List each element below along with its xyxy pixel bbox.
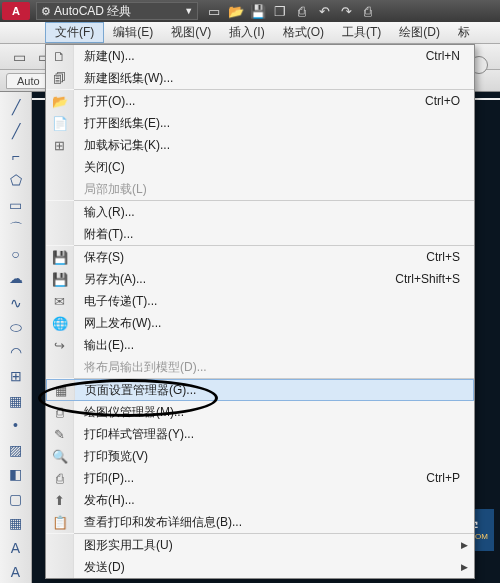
table-icon[interactable]: ▦	[4, 513, 28, 535]
menu-tools[interactable]: 工具(T)	[333, 22, 390, 43]
region-icon[interactable]: ▢	[4, 488, 28, 510]
etransmit-icon: ✉	[46, 290, 74, 312]
open-icon: 📂	[46, 90, 74, 112]
menu-publish-details[interactable]: 📋查看打印和发布详细信息(B)...	[46, 511, 474, 533]
export-icon: ↪	[46, 334, 74, 356]
saveas-icon[interactable]: ❐	[270, 2, 290, 20]
redo-icon[interactable]: ↷	[336, 2, 356, 20]
submenu-arrow-icon: ▶	[461, 540, 468, 550]
menu-new-sheet-set[interactable]: 🗐新建图纸集(W)...	[46, 67, 474, 89]
menu-plotter-mgr[interactable]: ⎙绘图仪管理器(M)...	[46, 401, 474, 423]
rectangle-icon[interactable]: ▭	[4, 194, 28, 216]
insert-icon[interactable]: ⊞	[4, 366, 28, 388]
plot-style-icon: ✎	[46, 423, 74, 445]
draw-toolbar: ╱ ╱ ⌐ ⬠ ▭ ⌒ ○ ☁ ∿ ⬭ ◠ ⊞ ▦ • ▨ ◧ ▢ ▦ A A	[0, 92, 32, 583]
quick-access-toolbar: ▭ 📂 💾 ❐ ⎙ ↶ ↷ ⎙	[204, 2, 378, 20]
markup-icon: ⊞	[46, 134, 74, 156]
menu-insert[interactable]: 插入(I)	[220, 22, 273, 43]
toolbar-new-icon[interactable]: ▭	[8, 46, 30, 68]
hatch-icon[interactable]: ▨	[4, 439, 28, 461]
gradient-icon[interactable]: ◧	[4, 464, 28, 486]
revcloud-icon[interactable]: ☁	[4, 268, 28, 290]
menu-file[interactable]: 文件(F)	[45, 22, 104, 43]
plotter-icon: ⎙	[46, 401, 74, 423]
menu-drawing-utils[interactable]: 图形实用工具(U)▶	[46, 534, 474, 556]
save-icon: 💾	[46, 246, 74, 268]
menu-export[interactable]: ↪输出(E)...	[46, 334, 474, 356]
web-icon: 🌐	[46, 312, 74, 334]
title-bar: A ⚙ AutoCAD 经典 ▼ ▭ 📂 💾 ❐ ⎙ ↶ ↷ ⎙	[0, 0, 500, 22]
menu-save-as[interactable]: 💾另存为(A)...Ctrl+Shift+S	[46, 268, 474, 290]
open-sheet-icon: 📄	[46, 112, 74, 134]
print2-icon[interactable]: ⎙	[358, 2, 378, 20]
menu-bar: 文件(F) 编辑(E) 视图(V) 插入(I) 格式(O) 工具(T) 绘图(D…	[0, 22, 500, 44]
menu-open-sheet-set[interactable]: 📄打开图纸集(E)...	[46, 112, 474, 134]
menu-etransmit[interactable]: ✉电子传递(T)...	[46, 290, 474, 312]
menu-partial-load: 局部加载(L)	[46, 178, 474, 200]
page-setup-icon: ▦	[47, 380, 75, 400]
print-icon[interactable]: ⎙	[292, 2, 312, 20]
app-icon[interactable]: A	[2, 2, 30, 20]
ray-icon[interactable]: ╱	[4, 121, 28, 143]
menu-open[interactable]: 📂打开(O)...Ctrl+O	[46, 90, 474, 112]
publish-icon: ⬆	[46, 489, 74, 511]
line-icon[interactable]: ╱	[4, 96, 28, 118]
workspace-label: AutoCAD 经典	[54, 3, 131, 20]
ellipse-icon[interactable]: ⬭	[4, 317, 28, 339]
menu-load-markup[interactable]: ⊞加载标记集(K)...	[46, 134, 474, 156]
point-icon[interactable]: •	[4, 415, 28, 437]
block-icon[interactable]: ▦	[4, 390, 28, 412]
mtext-icon[interactable]: A	[4, 562, 28, 584]
menu-plot-preview[interactable]: 🔍打印预览(V)	[46, 445, 474, 467]
polyline-icon[interactable]: ⌐	[4, 145, 28, 167]
sheet-set-icon: 🗐	[46, 67, 74, 89]
dropdown-arrow-icon: ▼	[184, 6, 193, 16]
menu-plot[interactable]: ⎙打印(P)...Ctrl+P	[46, 467, 474, 489]
menu-view[interactable]: 视图(V)	[162, 22, 220, 43]
menu-publish[interactable]: ⬆发布(H)...	[46, 489, 474, 511]
submenu-arrow-icon: ▶	[461, 562, 468, 572]
menu-draw[interactable]: 绘图(D)	[390, 22, 449, 43]
menu-import[interactable]: 输入(R)...	[46, 201, 474, 223]
menu-new[interactable]: 🗋新建(N)...Ctrl+N	[46, 45, 474, 67]
details-icon: 📋	[46, 511, 74, 533]
workspace-selector[interactable]: ⚙ AutoCAD 经典 ▼	[36, 2, 198, 20]
menu-format[interactable]: 格式(O)	[274, 22, 333, 43]
arc-icon[interactable]: ⌒	[4, 219, 28, 241]
menu-plot-style[interactable]: ✎打印样式管理器(Y)...	[46, 423, 474, 445]
print-icon: ⎙	[46, 467, 74, 489]
undo-icon[interactable]: ↶	[314, 2, 334, 20]
saveas-icon: 💾	[46, 268, 74, 290]
save-icon[interactable]: 💾	[248, 2, 268, 20]
doc-tab[interactable]: Auto	[6, 73, 51, 89]
new-icon[interactable]: ▭	[204, 2, 224, 20]
polygon-icon[interactable]: ⬠	[4, 170, 28, 192]
menu-edit[interactable]: 编辑(E)	[104, 22, 162, 43]
menu-annotate[interactable]: 标	[449, 22, 479, 43]
open-icon[interactable]: 📂	[226, 2, 246, 20]
preview-icon: 🔍	[46, 445, 74, 467]
menu-publish-web[interactable]: 🌐网上发布(W)...	[46, 312, 474, 334]
menu-export-layout: 将布局输出到模型(D)...	[46, 356, 474, 378]
circle-icon[interactable]: ○	[4, 243, 28, 265]
file-dropdown-menu: 🗋新建(N)...Ctrl+N 🗐新建图纸集(W)... 📂打开(O)...Ct…	[45, 44, 475, 579]
ellipse-arc-icon[interactable]: ◠	[4, 341, 28, 363]
spline-icon[interactable]: ∿	[4, 292, 28, 314]
menu-attach[interactable]: 附着(T)...	[46, 223, 474, 245]
menu-send[interactable]: 发送(D)▶	[46, 556, 474, 578]
new-file-icon: 🗋	[46, 45, 74, 67]
menu-save[interactable]: 💾保存(S)Ctrl+S	[46, 246, 474, 268]
text-icon[interactable]: A	[4, 537, 28, 559]
menu-close[interactable]: 关闭(C)	[46, 156, 474, 178]
gear-icon: ⚙	[41, 5, 51, 18]
menu-page-setup[interactable]: ▦页面设置管理器(G)...	[46, 379, 474, 401]
